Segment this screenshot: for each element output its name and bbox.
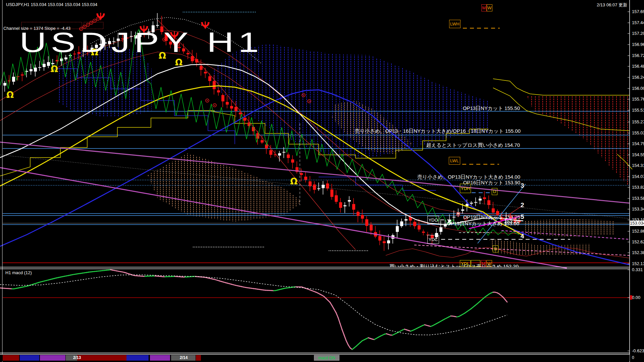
alert-circle-icon: [90, 21, 93, 24]
bull-candle: [152, 21, 155, 38]
bear-candle: [274, 150, 277, 157]
timeline-segment[interactable]: [3, 355, 19, 361]
bull-candle: [43, 60, 46, 71]
bull-candle: [479, 196, 482, 204]
bear-candle: [21, 72, 24, 81]
current-price-label: 153.034: [630, 221, 644, 226]
axis-tick-label: 152.135: [632, 261, 644, 266]
bull-candle: [343, 202, 346, 213]
last-update-time: 2/13 06:07 更新: [597, 2, 627, 8]
bear-candle: [374, 226, 377, 238]
axis-tick-label: 154.070: [632, 174, 644, 179]
sell-arrow-icon: [141, 25, 147, 33]
axis-tick-label: 153.345: [632, 206, 644, 212]
bull-candle: [60, 52, 63, 65]
timeline-date-label: 2/13: [73, 355, 81, 360]
timeline-segment[interactable]: [150, 355, 170, 361]
axis-tick-label: 154.790: [632, 141, 644, 146]
timeline-segment[interactable]: [196, 355, 201, 361]
axis-tick-label: 157.445: [632, 20, 644, 25]
axis-tick-label: 157.690: [632, 9, 644, 14]
bear-candle: [335, 190, 338, 204]
axis-tick-label: 152.380: [632, 250, 644, 255]
bear-candle: [330, 184, 333, 200]
bear-candle: [191, 50, 194, 63]
axis-tick-label: 156.000: [632, 86, 644, 91]
bear-candle: [496, 209, 499, 216]
omega-marker-icon: Ω: [175, 57, 182, 67]
bear-candle: [426, 232, 429, 239]
bear-candle: [291, 155, 294, 169]
bear-candle: [352, 198, 355, 215]
macd-line-segment: [344, 335, 346, 341]
alert-circle-icon: [86, 23, 90, 26]
bear-candle: [121, 33, 124, 42]
timeline-segment[interactable]: [126, 355, 149, 361]
alert-circle-icon: [206, 99, 209, 102]
bull-candle: [348, 196, 351, 206]
bull-candle: [3, 81, 6, 92]
bear-candle: [243, 112, 246, 125]
bull-candle: [474, 197, 477, 206]
bull-candle: [156, 13, 159, 28]
bull-candle: [30, 64, 33, 75]
bear-candle: [313, 181, 316, 194]
axis-tick-label: -0.623: [632, 348, 644, 353]
alert-circle-icon: [213, 104, 216, 107]
bull-candle: [435, 228, 438, 239]
bull-candle: [130, 31, 133, 42]
bull-candle: [117, 33, 120, 47]
macd-line-segment: [330, 302, 332, 306]
trading-terminal-screen: ΩΩΩΩΩΩ USDJPY,H1 153.034 153.034 153.034…: [0, 0, 644, 362]
timeline-bar[interactable]: 2/132/14macd ON: [0, 355, 630, 361]
bull-candle: [444, 219, 447, 228]
macd-on-button[interactable]: macd ON: [314, 355, 339, 361]
bull-candle: [470, 201, 473, 205]
bull-candle: [34, 65, 37, 77]
price-axis[interactable]: 157.690157.445157.205156.965156.725156.4…: [630, 0, 644, 362]
bear-candle: [304, 172, 307, 182]
macd-line-segment: [338, 317, 340, 323]
cloud-region: [527, 96, 630, 187]
cloud-region: [523, 219, 614, 237]
axis-tick-label: 155.515: [632, 108, 644, 113]
omega-marker-icon: Ω: [159, 51, 166, 61]
bear-candle: [357, 210, 360, 222]
macd-indicator: [0, 270, 632, 350]
axis-tick-label: 152.860: [632, 229, 644, 234]
bear-candle: [422, 230, 425, 235]
bear-candle: [186, 51, 190, 59]
macd-line-segment: [334, 309, 336, 313]
timeline-segment[interactable]: [40, 355, 65, 361]
timeline-date-label: 2/14: [180, 355, 187, 360]
axis-tick-label: 156.480: [632, 64, 644, 69]
macd-line-segment: [336, 313, 338, 317]
axis-tick-label: 154.550: [632, 152, 644, 157]
bear-candle: [492, 202, 495, 214]
macd-line-segment: [505, 300, 507, 302]
sell-arrow-icon: [202, 21, 209, 29]
axis-tick-label: 153.825: [632, 185, 644, 190]
bear-candle: [125, 34, 128, 40]
kumo-boundary-yellow: [493, 79, 630, 95]
bear-candle: [204, 68, 207, 78]
bear-candle: [483, 191, 486, 205]
alert-circle-icon: [464, 217, 467, 220]
bear-candle: [361, 209, 364, 223]
axis-tick-label: 153.585: [632, 196, 644, 201]
timeline-segment[interactable]: [20, 355, 39, 361]
timeline-segment[interactable]: [77, 355, 126, 361]
bull-candle: [439, 221, 442, 235]
bear-candle: [165, 32, 168, 46]
axis-tick-label: 155.035: [632, 130, 644, 135]
bear-candle: [300, 169, 303, 181]
axis-tick-label: 156.240: [632, 75, 644, 80]
bear-candle: [296, 161, 299, 174]
bull-candle: [147, 28, 150, 39]
dotted-alert-box: [84, 22, 103, 29]
bear-candle: [221, 93, 224, 107]
bull-candle: [64, 55, 67, 61]
bear-candle: [365, 216, 368, 232]
bear-candle: [309, 176, 312, 191]
chart-canvas[interactable]: ΩΩΩΩΩΩ: [0, 0, 644, 362]
